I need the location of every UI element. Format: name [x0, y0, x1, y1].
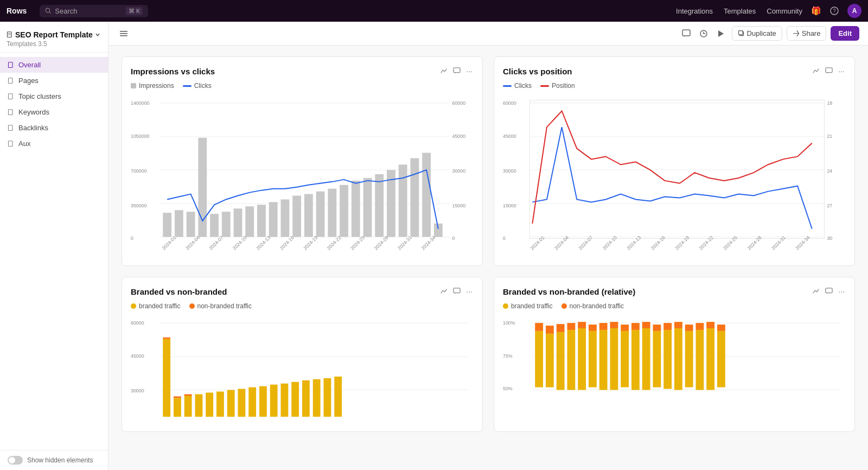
svg-rect-141 [567, 330, 576, 390]
sidebar: SEO Report Template Templates 3.5 Overal… [0, 22, 108, 470]
svg-text:45000: 45000 [503, 134, 516, 139]
svg-rect-139 [557, 332, 565, 390]
search-bar[interactable]: Search ⌘ K [40, 5, 148, 17]
svg-point-0 [46, 8, 50, 12]
svg-rect-151 [621, 331, 629, 388]
duplicate-button[interactable]: Duplicate [732, 26, 782, 41]
svg-rect-117 [227, 390, 235, 417]
history-icon[interactable] [697, 27, 710, 40]
svg-text:1400000: 1400000 [131, 100, 150, 106]
svg-rect-49 [316, 192, 325, 237]
svg-rect-12 [9, 141, 13, 146]
svg-text:30: 30 [827, 236, 832, 241]
sidebar-item-keywords[interactable]: Keywords [0, 104, 108, 120]
present-icon[interactable] [714, 27, 727, 40]
chart-comment-icon-3[interactable] [452, 287, 462, 296]
svg-rect-146 [589, 325, 597, 331]
svg-rect-37 [175, 210, 183, 237]
chart-comment-icon-1[interactable] [452, 66, 462, 76]
svg-rect-170 [717, 325, 725, 331]
chart-area-branded-relative: 100% 75% 50% [503, 314, 846, 423]
legend-nonbranded2-label: non-branded traffic [570, 302, 624, 310]
chart-line-icon-2[interactable] [811, 66, 821, 76]
community-link[interactable]: Community [767, 7, 802, 15]
svg-text:15000: 15000 [452, 203, 466, 208]
comment-icon[interactable] [680, 27, 693, 40]
svg-text:60000: 60000 [452, 100, 466, 106]
svg-text:0: 0 [131, 236, 133, 241]
chart-comment-icon-2[interactable] [824, 66, 834, 76]
help-icon[interactable]: ? [830, 7, 839, 15]
svg-text:45000: 45000 [452, 134, 466, 139]
legend-clicks2-label: Clicks [514, 82, 532, 90]
legend-position-label: Position [552, 82, 575, 90]
svg-rect-72 [826, 68, 832, 73]
chart-impressions-vs-clicks: Impressions vs clicks ··· [122, 56, 483, 266]
svg-rect-10 [9, 109, 13, 115]
svg-rect-8 [9, 78, 13, 83]
svg-rect-121 [270, 385, 278, 417]
chart-line-icon-3[interactable] [439, 287, 449, 296]
svg-rect-88 [529, 100, 824, 239]
svg-rect-40 [210, 214, 219, 237]
integrations-link[interactable]: Integrations [676, 7, 713, 15]
svg-rect-122 [281, 384, 289, 417]
svg-text:30000: 30000 [452, 168, 466, 174]
svg-rect-135 [535, 331, 543, 388]
chart-line-icon-1[interactable] [439, 66, 449, 76]
doc-title[interactable]: SEO Report Template [7, 30, 101, 39]
chart-clicks-vs-position: Clicks vs position ··· [494, 56, 855, 266]
chart-legend-position: Clicks Position [503, 82, 846, 90]
toolbar: Duplicate Share Edit [108, 22, 868, 46]
svg-rect-36 [163, 213, 171, 237]
svg-rect-119 [248, 388, 256, 417]
svg-rect-152 [621, 325, 629, 331]
svg-rect-159 [663, 330, 672, 389]
edit-button[interactable]: Edit [831, 26, 859, 41]
svg-rect-124 [302, 380, 310, 417]
svg-rect-157 [653, 331, 661, 388]
sidebar-item-backlinks[interactable]: Backlinks [0, 120, 108, 136]
svg-rect-56 [399, 164, 407, 237]
doc-icon [7, 31, 13, 38]
svg-rect-44 [257, 205, 266, 237]
sidebar-item-aux[interactable]: Aux [0, 136, 108, 151]
svg-rect-143 [578, 328, 586, 390]
chart-line-icon-4[interactable] [811, 287, 821, 296]
sidebar-toggle-icon[interactable] [117, 27, 130, 40]
legend-impressions-label: Impressions [139, 82, 174, 90]
svg-rect-169 [717, 331, 725, 388]
duplicate-icon [738, 30, 745, 37]
main-content: Impressions vs clicks ··· [108, 46, 868, 470]
svg-rect-137 [546, 334, 554, 388]
sidebar-item-topic-clusters[interactable]: Topic clusters [0, 88, 108, 104]
svg-rect-127 [334, 377, 342, 417]
svg-rect-153 [631, 330, 640, 390]
chart-more-icon-4[interactable]: ··· [837, 286, 846, 297]
share-button[interactable]: Share [787, 26, 827, 41]
svg-rect-11 [9, 125, 13, 130]
chart-more-icon-2[interactable]: ··· [837, 66, 846, 77]
svg-rect-123 [291, 382, 299, 417]
sidebar-item-overall[interactable]: Overall [0, 57, 108, 73]
page-icon-aux [8, 141, 14, 147]
chart-comment-icon-4[interactable] [824, 287, 834, 296]
chart-branded-vs-nonbranded: Branded vs non-branded ··· [122, 277, 483, 432]
svg-text:60000: 60000 [131, 320, 144, 326]
svg-text:75%: 75% [503, 353, 513, 359]
chart-more-icon-1[interactable]: ··· [465, 66, 474, 77]
legend-clicks-label: Clicks [194, 82, 212, 90]
svg-rect-57 [410, 158, 419, 237]
sidebar-item-pages[interactable]: Pages [0, 73, 108, 88]
hidden-elements-toggle[interactable] [8, 456, 23, 465]
avatar[interactable]: A [847, 4, 861, 18]
chart-more-icon-3[interactable]: ··· [465, 286, 474, 297]
doc-subtitle: Templates 3.5 [7, 40, 101, 48]
svg-rect-118 [238, 389, 246, 417]
svg-rect-113 [184, 394, 192, 396]
svg-text:350000: 350000 [131, 203, 147, 208]
templates-link[interactable]: Templates [724, 7, 756, 15]
svg-rect-15 [120, 35, 127, 36]
svg-rect-156 [642, 322, 650, 328]
gift-icon[interactable]: 🎁 [811, 6, 821, 16]
